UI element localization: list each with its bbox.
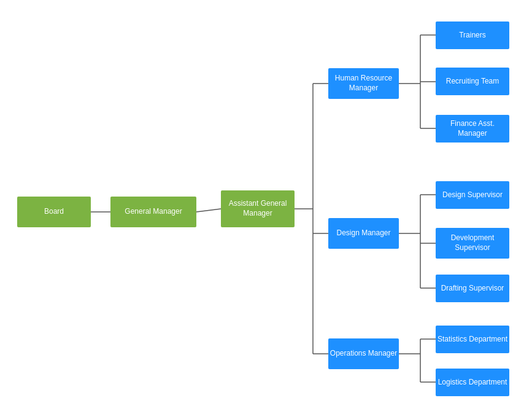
hr-manager-node: Human Resource Manager <box>328 68 399 99</box>
drafting-supervisor-node: Drafting Supervisor <box>436 275 509 302</box>
design-manager-node: Design Manager <box>328 218 399 249</box>
operations-manager-node: Operations Manager <box>328 338 399 369</box>
org-chart: Board General Manager Assistant General … <box>0 0 532 414</box>
general-manager-node: General Manager <box>110 197 196 227</box>
svg-line-1 <box>196 209 221 212</box>
design-supervisor-node: Design Supervisor <box>436 181 509 209</box>
assistant-general-manager-node: Assistant General Manager <box>221 190 295 227</box>
board-node: Board <box>17 197 91 227</box>
finance-asst-manager-node: Finance Asst. Manager <box>436 115 509 143</box>
statistics-dept-node: Statistics Department <box>436 326 509 353</box>
logistics-dept-node: Logistics Department <box>436 369 509 396</box>
development-supervisor-node: Development Supervisor <box>436 228 509 259</box>
recruiting-team-node: Recruiting Team <box>436 68 509 95</box>
trainers-node: Trainers <box>436 21 509 49</box>
